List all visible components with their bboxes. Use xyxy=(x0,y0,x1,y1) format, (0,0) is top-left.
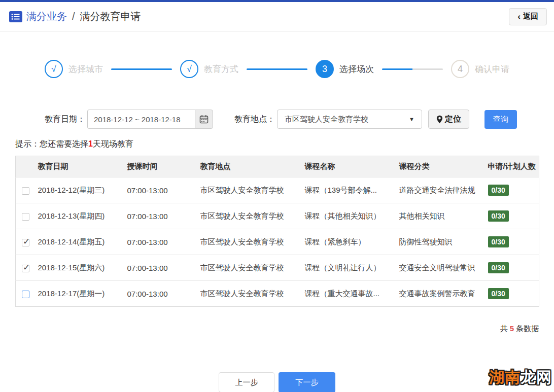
step-1-label: 选择城市 xyxy=(68,63,103,75)
education-place-group: 教育地点： 市区驾驶人安全教育学校 ▼ xyxy=(234,110,422,129)
quota-badge: 0/30 xyxy=(488,288,509,299)
page-title: 满分业务 xyxy=(26,10,67,23)
schedule-row[interactable]: 2018-12-13(星期四) 07:00-13:00 市区驾驶人安全教育学校 … xyxy=(16,203,539,229)
header-education-date: 教育日期 xyxy=(36,156,125,177)
page-subtitle: 满分教育申请 xyxy=(80,10,141,23)
watermark-part2: 龙网 xyxy=(521,369,552,385)
step-confirm-apply: 4 确认申请 xyxy=(451,60,509,78)
step-2-circle: √ xyxy=(180,60,198,78)
row-checkbox[interactable] xyxy=(22,291,29,298)
cell-course-category: 其他相关知识 xyxy=(397,203,486,229)
header-course-name: 课程名称 xyxy=(303,156,397,177)
cell-course-name: 课程（文明礼让行人） xyxy=(303,255,397,281)
cell-course-category: 交通事故案例警示教育 xyxy=(397,281,486,307)
step-4-circle: 4 xyxy=(451,60,469,78)
step-connector-3 xyxy=(382,68,443,70)
cell-class-time: 07:00-13:00 xyxy=(125,177,198,203)
list-icon xyxy=(9,11,22,22)
step-4-label: 确认申请 xyxy=(475,63,509,75)
hint-prefix: 提示：您还需要选择 xyxy=(15,139,88,148)
step-select-session: 3 选择场次 xyxy=(316,60,374,78)
step-education-mode: √ 教育方式 xyxy=(180,60,238,78)
cell-course-category: 防御性驾驶知识 xyxy=(397,229,486,255)
header-checkbox-col xyxy=(16,156,36,177)
step-3-label: 选择场次 xyxy=(339,63,374,75)
site-watermark: 湖南龙网 xyxy=(489,367,552,388)
cell-course-name: 课程（重大交通事故... xyxy=(303,281,397,307)
header-education-place: 教育地点 xyxy=(198,156,303,177)
row-checkbox[interactable]: ✓ xyxy=(22,265,29,272)
step-connector-2 xyxy=(247,68,307,70)
hint-text: 提示：您还需要选择1天现场教育 xyxy=(15,139,554,150)
cell-course-name: 课程（紧急刹车） xyxy=(303,229,397,255)
locate-button-label: 定位 xyxy=(445,114,461,125)
row-checkbox[interactable] xyxy=(22,187,29,195)
cell-course-name: 课程（139号部令解... xyxy=(303,177,397,203)
schedule-row[interactable]: 2018-12-12(星期三) 07:00-13:00 市区驾驶人安全教育学校 … xyxy=(16,177,539,203)
education-place-label: 教育地点： xyxy=(234,114,275,125)
step-3-circle: 3 xyxy=(316,60,334,78)
step-indicator: √ 选择城市 √ 教育方式 3 选择场次 4 确认申请 xyxy=(45,60,509,78)
cell-education-date: 2018-12-12(星期三) xyxy=(36,177,125,203)
cell-education-place: 市区驾驶人安全教育学校 xyxy=(198,177,303,203)
schedule-row[interactable]: ✓ 2018-12-14(星期五) 07:00-13:00 市区驾驶人安全教育学… xyxy=(16,229,539,255)
previous-step-button[interactable]: 上一步 xyxy=(219,372,274,392)
record-count-summary: 共5条数据 xyxy=(0,324,539,334)
summary-prefix: 共 xyxy=(500,324,508,333)
back-button[interactable]: ‹ 返回 xyxy=(509,8,547,25)
summary-count: 5 xyxy=(510,324,514,333)
cell-course-category: 道路交通安全法律法规 xyxy=(397,177,486,203)
quota-badge: 0/30 xyxy=(488,262,509,273)
location-pin-icon xyxy=(436,115,443,124)
cell-class-time: 07:00-13:00 xyxy=(125,203,198,229)
row-checkbox[interactable]: ✓ xyxy=(22,239,29,246)
watermark-part1: 湖南 xyxy=(489,369,521,385)
summary-suffix: 条数据 xyxy=(516,324,539,333)
breadcrumb: 满分业务 / 满分教育申请 xyxy=(9,10,141,23)
step-1-circle: √ xyxy=(45,60,63,78)
back-button-label: 返回 xyxy=(523,12,538,21)
date-range-group: 2018-12-12 ~ 2018-12-18 xyxy=(87,110,213,129)
next-step-button[interactable]: 下一步 xyxy=(279,372,335,392)
education-place-select[interactable]: 市区驾驶人安全教育学校 ▼ xyxy=(277,110,422,129)
cell-education-place: 市区驾驶人安全教育学校 xyxy=(198,255,303,281)
education-place-value: 市区驾驶人安全教育学校 xyxy=(285,115,368,124)
caret-down-icon: ▼ xyxy=(409,116,414,122)
header-class-time: 授课时间 xyxy=(125,156,198,177)
hint-suffix: 天现场教育 xyxy=(93,139,133,148)
quota-badge: 0/30 xyxy=(488,185,509,196)
wizard-actions: 上一步 下一步 xyxy=(0,372,554,392)
calendar-icon[interactable] xyxy=(195,110,213,129)
hint-highlight-count: 1 xyxy=(88,139,93,148)
step-2-label: 教育方式 xyxy=(204,63,238,75)
step-connector-1 xyxy=(111,68,172,70)
cell-class-time: 07:00-13:00 xyxy=(125,281,198,307)
breadcrumb-separator: / xyxy=(72,11,75,22)
cell-education-date: 2018-12-14(星期五) xyxy=(36,229,125,255)
cell-education-date: 2018-12-13(星期四) xyxy=(36,203,125,229)
quota-badge: 0/30 xyxy=(488,210,509,222)
schedule-row[interactable]: 2018-12-17(星期一) 07:00-13:00 市区驾驶人安全教育学校 … xyxy=(16,281,539,307)
quota-badge: 0/30 xyxy=(488,236,509,247)
locate-button[interactable]: 定位 xyxy=(428,110,469,129)
step-select-city: √ 选择城市 xyxy=(45,60,103,78)
cell-education-place: 市区驾驶人安全教育学校 xyxy=(198,203,303,229)
cell-course-category: 交通安全文明驾驶常识 xyxy=(397,255,486,281)
schedule-table-header: 教育日期 授课时间 教育地点 课程名称 课程分类 申请/计划人数 xyxy=(16,156,539,177)
filter-bar: 教育日期： 2018-12-12 ~ 2018-12-18 教育地点： 市区驾驶… xyxy=(45,110,554,129)
row-checkbox[interactable] xyxy=(22,213,29,221)
cell-education-place: 市区驾驶人安全教育学校 xyxy=(198,281,303,307)
cell-education-date: 2018-12-17(星期一) xyxy=(36,281,125,307)
schedule-table: 教育日期 授课时间 教育地点 课程名称 课程分类 申请/计划人数 2018-12… xyxy=(15,156,539,307)
page-header: 满分业务 / 满分教育申请 ‹ 返回 xyxy=(0,2,554,31)
cell-course-name: 课程（其他相关知识） xyxy=(303,203,397,229)
chevron-left-icon: ‹ xyxy=(517,12,521,21)
cell-education-place: 市区驾驶人安全教育学校 xyxy=(198,229,303,255)
search-button[interactable]: 查询 xyxy=(484,110,517,129)
schedule-row[interactable]: ✓ 2018-12-15(星期六) 07:00-13:00 市区驾驶人安全教育学… xyxy=(16,255,539,281)
schedule-table-body: 2018-12-12(星期三) 07:00-13:00 市区驾驶人安全教育学校 … xyxy=(16,177,539,307)
education-date-label: 教育日期： xyxy=(45,114,85,125)
header-quota: 申请/计划人数 xyxy=(486,156,539,177)
header-course-category: 课程分类 xyxy=(397,156,486,177)
date-range-input[interactable]: 2018-12-12 ~ 2018-12-18 xyxy=(87,110,195,129)
